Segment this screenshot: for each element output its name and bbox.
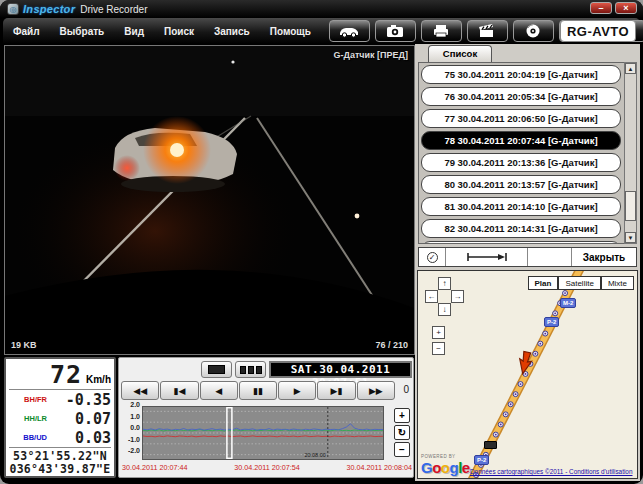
close-button[interactable]: × — [615, 2, 637, 14]
fast-forward-button[interactable]: ▶▶ — [357, 381, 395, 400]
map-view-switcher: Plan Satellite Mixte — [528, 276, 635, 290]
map-view-mixte[interactable]: Mixte — [601, 276, 634, 290]
camera-icon — [385, 24, 405, 38]
menu-help[interactable]: Помощь — [260, 26, 321, 37]
list-item[interactable]: 78 30.04.2011 20:07:44 [G-Датчик] — [421, 131, 621, 150]
xlabel-start: 30.04.2011 20:07:44 — [122, 463, 187, 472]
event-list: 75 30.04.2011 20:04:19 [G-Датчик]76 30.0… — [418, 62, 637, 244]
pan-left-button[interactable]: ← — [425, 290, 438, 303]
ytick-1: 1.0 — [119, 413, 140, 420]
list-item[interactable]: 80 30.04.2011 20:13:57 [G-Датчик] — [421, 175, 621, 194]
open-video-button[interactable] — [329, 20, 370, 42]
axis-ud-value: 0.03 — [53, 429, 111, 447]
close-list-button[interactable]: Закрыть — [572, 248, 636, 266]
chart-zoom-in-button[interactable]: + — [394, 408, 410, 423]
ytick-0: 0.0 — [119, 424, 140, 431]
scroll-up-icon[interactable]: ▲ — [625, 63, 636, 74]
printer-icon — [432, 24, 450, 38]
pan-right-button[interactable]: → — [451, 290, 464, 303]
menu-select[interactable]: Выбрать — [50, 26, 115, 37]
menu-file[interactable]: Файл — [3, 26, 50, 37]
menu-bar: Файл Выбрать Вид Поиск Запись Помощь — [3, 18, 640, 44]
rewind-button[interactable]: ◀◀ — [121, 381, 159, 400]
menu-search[interactable]: Поиск — [154, 26, 204, 37]
axis-lr-label: HH/LR — [24, 414, 47, 423]
ytick-2: 2.0 — [119, 401, 140, 408]
map-attribution-link[interactable]: Données cartographiques ©2011 - Conditio… — [470, 468, 632, 475]
scroll-down-icon[interactable]: ▼ — [625, 232, 636, 243]
playback-controls: ◀◀ ▮◀ ◀ ▮▮ ▶ ▶▮ ▶▶ — [121, 381, 395, 400]
xlabel-middle: 30.04.2011 20:07:54 — [234, 463, 299, 472]
title-bar: ◎ Inspector Drive Recorder – × — [0, 0, 643, 18]
gsensor-chart[interactable]: 20:08:00 — [142, 406, 384, 460]
list-item[interactable]: 75 30.04.2011 20:04:19 [G-Датчик] — [421, 65, 621, 84]
tab-event-list[interactable]: Список — [428, 45, 492, 62]
axis-fr-label: BH/FR — [24, 395, 47, 404]
speed-step-counter: 0 — [403, 384, 409, 395]
play-button[interactable]: ▶ — [278, 381, 316, 400]
gps-longitude: 036°43'39.87"E — [9, 463, 111, 476]
disc-icon — [525, 23, 541, 39]
single-view-icon — [208, 365, 225, 374]
video-display: G-Датчик [ПРЕД] 19 KB 76 / 210 — [4, 45, 415, 355]
multi-view-icon — [240, 366, 246, 374]
confirm-button[interactable]: ✓ — [419, 248, 446, 266]
list-item[interactable]: 79 30.04.2011 20:13:36 [G-Датчик] — [421, 153, 621, 172]
app-window: ◎ Inspector Drive Recorder – × Файл Выбр… — [0, 0, 643, 484]
backup-disc-button[interactable] — [513, 20, 554, 42]
menu-view[interactable]: Вид — [114, 26, 154, 37]
clapper-icon — [478, 24, 496, 38]
video-overlay-filesize: 19 KB — [11, 340, 37, 350]
video-overlay-frame-counter: 76 / 210 — [375, 340, 408, 350]
road-shield-mid: P-2 — [544, 317, 559, 327]
svg-text:20:08:00: 20:08:00 — [304, 452, 325, 458]
axis-lr-value: 0.07 — [53, 410, 111, 428]
chart-zoom-out-button[interactable]: − — [394, 442, 410, 457]
snapshot-button[interactable] — [375, 20, 416, 42]
xlabel-end: 30.04.2011 20:08:04 — [347, 463, 412, 472]
list-item[interactable]: 82 30.04.2011 20:14:31 [G-Датчик] — [421, 219, 621, 238]
map-panel[interactable]: Plan Satellite Mixte ↑ ← → ↓ + − M-2 P-2… — [417, 270, 638, 479]
list-item[interactable]: 77 30.04.2011 20:06:50 [G-Датчик] — [421, 109, 621, 128]
ytick-m2: -2.0 — [119, 447, 140, 454]
print-button[interactable] — [421, 20, 462, 42]
datetime-display: SAT.30.04.2011 20:07:51 — [269, 361, 412, 378]
list-item[interactable]: 76 30.04.2011 20:05:34 [G-Датчик] — [421, 87, 621, 106]
clip-export-button[interactable] — [467, 20, 508, 42]
range-select-button[interactable] — [446, 248, 528, 266]
rg-avto-logo: RG-AVTO — [560, 20, 636, 42]
list-item[interactable]: 83 30.04.2011 20:16:32 [G-Датчик] — [421, 241, 621, 244]
list-action-row: ✓ Закрыть — [418, 247, 637, 267]
action-spacer — [528, 248, 572, 266]
prev-event-button[interactable]: ▮◀ — [160, 381, 198, 400]
speed-unit: Km/h — [86, 374, 111, 385]
zoom-in-button[interactable]: + — [432, 326, 445, 339]
map-view-plan[interactable]: Plan — [528, 276, 559, 290]
pause-button[interactable]: ▮▮ — [239, 381, 277, 400]
video-frame — [5, 46, 414, 354]
event-list-scrollbar[interactable]: ▲ ▼ — [624, 62, 637, 244]
pan-up-button[interactable]: ↑ — [438, 277, 451, 290]
road-shield-m2: M-2 — [560, 298, 576, 308]
map-view-satellite[interactable]: Satellite — [558, 276, 600, 290]
minimize-button[interactable]: – — [590, 2, 612, 14]
axis-ud-label: BB/UD — [23, 433, 47, 442]
car-icon — [338, 24, 360, 38]
app-title: Drive Recorder — [80, 4, 147, 15]
trim-range-icon — [464, 248, 510, 266]
next-event-button[interactable]: ▶▮ — [317, 381, 355, 400]
menu-record[interactable]: Запись — [204, 26, 260, 37]
playback-panel: SAT.30.04.2011 20:07:51 ◀◀ ▮◀ ◀ ▮▮ ▶ ▶▮ … — [118, 357, 414, 478]
single-view-button[interactable] — [201, 361, 232, 378]
zoom-out-button[interactable]: − — [432, 342, 445, 355]
video-overlay-channel: G-Датчик [ПРЕД] — [334, 50, 408, 60]
play-backward-button[interactable]: ◀ — [200, 381, 238, 400]
list-item[interactable]: 81 30.04.2011 20:14:10 [G-Датчик] — [421, 197, 621, 216]
ytick-m1: -1.0 — [119, 436, 140, 443]
pan-down-button[interactable]: ↓ — [438, 303, 451, 316]
multi-view-button[interactable] — [235, 361, 266, 378]
chart-reset-button[interactable]: ↻ — [394, 425, 410, 440]
chart-x-labels: 30.04.2011 20:07:44 30.04.2011 20:07:54 … — [122, 463, 412, 472]
axis-fr-value: -0.35 — [53, 391, 111, 409]
scrollbar-thumb[interactable] — [625, 191, 636, 221]
